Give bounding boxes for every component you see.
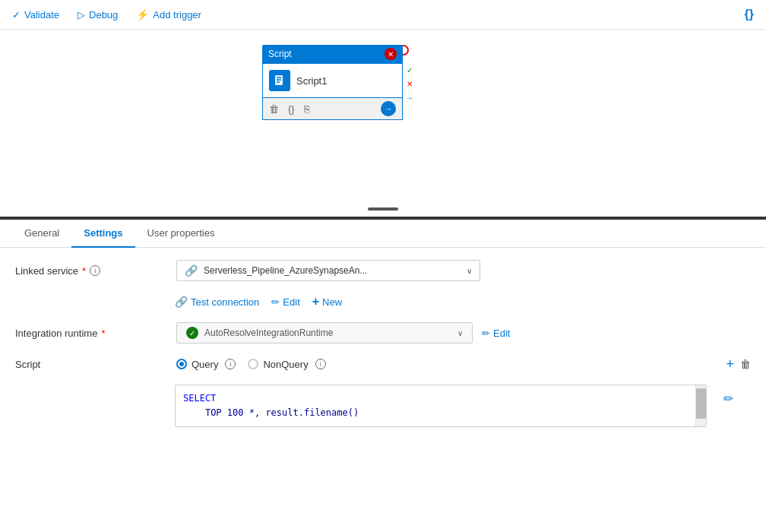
footer-arrow-button[interactable]: → xyxy=(381,101,396,116)
sql-line-2: TOP 100 *, result.filename() xyxy=(183,406,688,420)
ir-chevron-icon: ∨ xyxy=(457,329,463,337)
integration-runtime-label: Integration runtime * xyxy=(15,328,167,339)
script-label: Script xyxy=(15,359,167,370)
add-trigger-label: Add trigger xyxy=(153,9,201,21)
footer-trash-icon[interactable]: 🗑 xyxy=(269,103,279,115)
edit-pencil-icon: ✏ xyxy=(271,296,280,308)
validate-label: Validate xyxy=(24,9,59,21)
sql-edit-icon[interactable]: ✏ xyxy=(723,391,733,406)
scroll-thumb xyxy=(696,388,706,419)
sql-top-line: TOP 100 *, result.filename() xyxy=(205,407,359,418)
script-radio-group: Query i NonQuery i xyxy=(176,359,326,370)
linked-service-edit-button[interactable]: ✏ Edit xyxy=(271,296,299,308)
ir-edit-button[interactable]: ✏ Edit xyxy=(482,328,510,339)
query-radio[interactable]: Query i xyxy=(176,359,236,370)
tab-user-properties[interactable]: User properties xyxy=(135,220,227,248)
action-links-row: 🔗 Test connection ✏ Edit + New xyxy=(175,295,751,309)
node-arrow-icon[interactable]: → xyxy=(404,91,416,103)
script-form-row: Script Query i NonQuery i + 🗑 xyxy=(15,357,751,371)
debug-button[interactable]: ▷ Debug xyxy=(78,9,118,21)
linked-service-dropdown[interactable]: 🔗 Serverless_Pipeline_AzureSynapseAn... … xyxy=(176,260,480,281)
footer-braces-icon[interactable]: {} xyxy=(288,103,295,115)
script-options-control: Query i NonQuery i + 🗑 xyxy=(176,357,751,371)
linked-service-chevron-icon: ∨ xyxy=(467,267,472,275)
validate-button[interactable]: ✓ Validate xyxy=(12,9,59,21)
linked-service-label: Linked service * i xyxy=(15,265,167,277)
query-info-icon[interactable]: i xyxy=(225,359,236,369)
toolbar: ✓ Validate ▷ Debug ⚡ Add trigger {} xyxy=(0,0,766,30)
sql-line-1: SELECT xyxy=(183,391,688,406)
sql-editor-area: SELECT TOP 100 *, result.filename() ✏ xyxy=(175,385,707,427)
braces-button[interactable]: {} xyxy=(745,8,754,21)
lightning-icon: ⚡ xyxy=(136,8,149,21)
non-query-info-icon[interactable]: i xyxy=(315,359,326,369)
test-connection-icon: 🔗 xyxy=(175,296,188,308)
linked-service-row: Linked service * i 🔗 Serverless_Pipeline… xyxy=(15,260,751,281)
validate-check-icon: ✓ xyxy=(12,9,21,21)
node-side-icons: ✓ ✕ → xyxy=(404,64,416,103)
script-actions: + 🗑 xyxy=(726,357,751,371)
node-cross-icon[interactable]: ✕ xyxy=(404,78,416,90)
integration-runtime-row: Integration runtime * ✓ AutoResolveInteg… xyxy=(15,322,751,344)
script-node-icon xyxy=(269,70,290,91)
tab-general[interactable]: General xyxy=(12,220,71,248)
node-check-icon[interactable]: ✓ xyxy=(404,64,416,76)
tab-settings[interactable]: Settings xyxy=(71,220,135,248)
query-label: Query xyxy=(192,359,218,370)
resize-handle[interactable] xyxy=(368,207,398,211)
integration-runtime-value: AutoResolveIntegrationRuntime xyxy=(204,328,451,338)
footer-copy-icon[interactable]: ⎘ xyxy=(304,103,310,115)
integration-runtime-dropdown[interactable]: ✓ AutoResolveIntegrationRuntime ∨ xyxy=(176,322,473,344)
linked-service-icon: 🔗 xyxy=(185,264,198,277)
add-trigger-button[interactable]: ⚡ Add trigger xyxy=(136,8,201,21)
script-node: Script ✕ Script1 ✓ ✕ → 🗑 {} xyxy=(262,45,403,120)
debug-label: Debug xyxy=(89,9,118,21)
debug-icon: ▷ xyxy=(78,9,85,21)
script-node-body: Script1 ✓ ✕ → xyxy=(262,63,403,98)
add-script-button[interactable]: + xyxy=(726,357,734,371)
script-node-footer: 🗑 {} ⎘ → xyxy=(262,98,403,120)
sql-scrollbar[interactable] xyxy=(695,385,706,426)
ir-status-icon: ✓ xyxy=(186,327,198,339)
linked-service-control: 🔗 Serverless_Pipeline_AzureSynapseAn... … xyxy=(176,260,751,281)
script-node-header: Script ✕ xyxy=(262,45,403,63)
pipeline-canvas: Script ✕ Script1 ✓ ✕ → 🗑 {} xyxy=(0,30,766,220)
linked-service-info-icon[interactable]: i xyxy=(90,265,100,276)
non-query-radio-circle xyxy=(248,359,258,369)
integration-runtime-control: ✓ AutoResolveIntegrationRuntime ∨ ✏ Edit xyxy=(176,322,751,344)
script-node-title: Script xyxy=(268,49,292,59)
sql-select-keyword: SELECT xyxy=(183,393,216,404)
delete-script-button[interactable]: 🗑 xyxy=(740,358,751,370)
non-query-radio[interactable]: NonQuery i xyxy=(248,359,325,370)
linked-service-new-button[interactable]: + New xyxy=(312,295,342,309)
query-radio-circle xyxy=(176,359,187,369)
non-query-label: NonQuery xyxy=(263,359,308,370)
required-asterisk: * xyxy=(82,265,86,277)
settings-panel: Linked service * i 🔗 Serverless_Pipeline… xyxy=(0,248,766,524)
sql-content[interactable]: SELECT TOP 100 *, result.filename() xyxy=(176,385,695,426)
script-node-name: Script1 xyxy=(296,75,396,87)
ir-edit-pencil-icon: ✏ xyxy=(482,328,490,339)
tabs-bar: General Settings User properties xyxy=(0,220,766,248)
test-connection-button[interactable]: 🔗 Test connection xyxy=(175,296,259,308)
linked-service-value: Serverless_Pipeline_AzureSynapseAn... xyxy=(204,265,461,276)
script-node-close-button[interactable]: ✕ xyxy=(385,48,397,60)
plus-icon: + xyxy=(312,295,319,309)
ir-required-asterisk: * xyxy=(101,328,105,339)
